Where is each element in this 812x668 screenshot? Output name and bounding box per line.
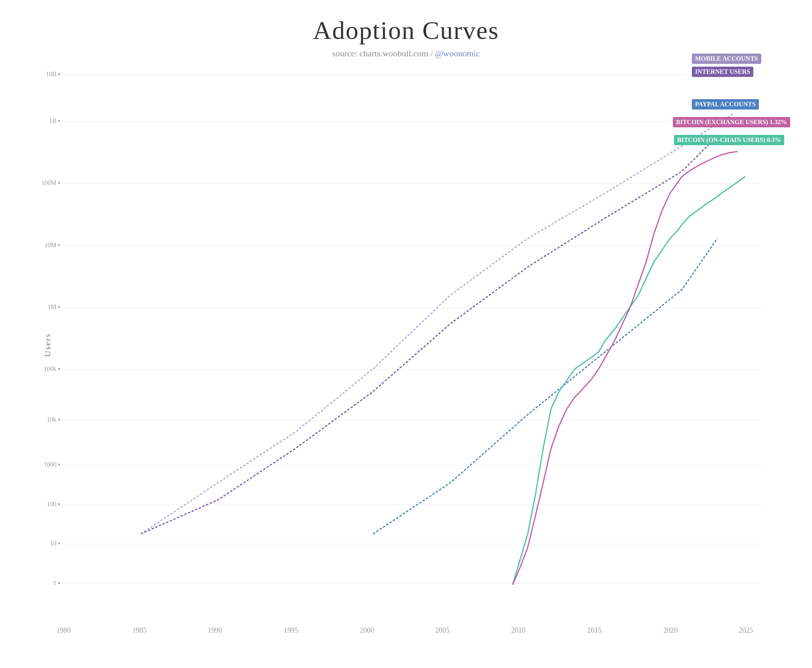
y-tick-10b: 10B ▪ — [46, 71, 60, 78]
title-section: Adoption Curves source: charts.woobull.c… — [0, 0, 812, 59]
bitcoin-exchange-line — [513, 152, 737, 585]
page-container: Adoption Curves source: charts.woobull.c… — [0, 0, 812, 668]
y-tick-100: 100 ▪ — [47, 501, 60, 508]
legend-internet-users: INTERNET USERS — [692, 67, 753, 77]
x-tick-2015: 2015 — [587, 626, 601, 635]
internet-users-line — [141, 136, 717, 534]
y-tick-100k: 100k ▪ — [44, 365, 60, 372]
y-tick-1m: 1M ▪ — [48, 303, 60, 311]
y-axis-label: Users — [42, 333, 53, 357]
y-tick-10: 10 ▪ — [50, 540, 60, 547]
y-tick-1: 1 ▪ — [53, 580, 60, 587]
chart-svg — [63, 60, 761, 623]
legend-paypal-accounts: PAYPAL ACCOUNTS — [692, 99, 759, 109]
paypal-accounts-line — [373, 238, 717, 534]
x-tick-1985: 1985 — [132, 626, 147, 635]
chart-inner: 10B ▪ 1B ▪ 100M ▪ 10M ▪ 1M ▪ 100k ▪ 10k … — [63, 60, 761, 623]
x-tick-1980: 1980 — [56, 626, 71, 635]
y-tick-1000: 1000 ▪ — [44, 461, 60, 468]
bitcoin-onchain-line — [513, 177, 745, 585]
y-tick-10m: 10M ▪ — [44, 242, 60, 249]
x-tick-2005: 2005 — [435, 626, 450, 635]
legend-bitcoin-exchange: BITCOIN (EXCHANGE USERS) 1.32% — [673, 117, 790, 127]
y-tick-1b: 1B ▪ — [49, 117, 60, 125]
y-tick-10k: 10k ▪ — [47, 416, 60, 423]
y-tick-100m: 100M ▪ — [41, 179, 60, 186]
x-tick-2010: 2010 — [511, 626, 526, 635]
page-title: Adoption Curves — [0, 16, 812, 45]
mobile-accounts-line — [141, 113, 734, 534]
x-tick-2025: 2025 — [739, 626, 753, 635]
legend-mobile-accounts: MOBILE ACCOUNTS — [692, 54, 761, 64]
x-tick-1995: 1995 — [284, 626, 298, 635]
x-tick-2000: 2000 — [360, 626, 374, 635]
x-tick-2020: 2020 — [663, 626, 678, 635]
chart-area: Users 10B ▪ 1B ▪ 100M ▪ 10M ▪ 1M ▪ 100k … — [32, 52, 777, 639]
legend-bitcoin-onchain: BITCOIN (ON-CHAIN USERS) 0.3% — [674, 135, 784, 145]
x-tick-1990: 1990 — [208, 626, 222, 635]
